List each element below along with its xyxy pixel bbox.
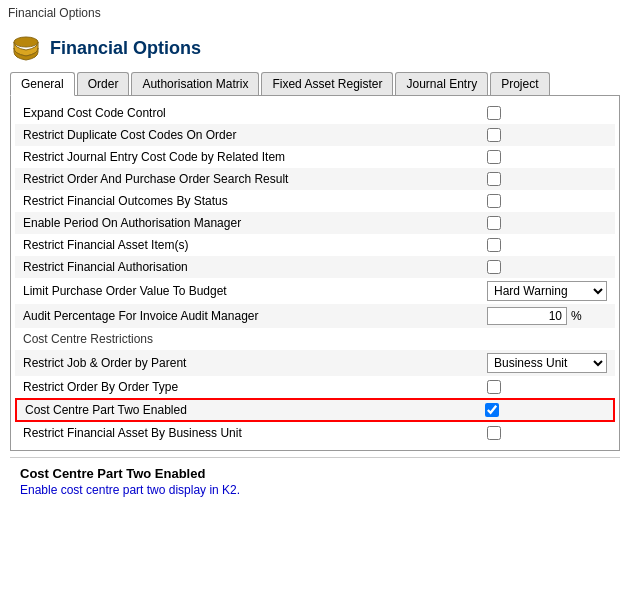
tab-project[interactable]: Project [490, 72, 549, 95]
tab-fixed-asset-register[interactable]: Fixed Asset Register [261, 72, 393, 95]
content-area: Expand Cost Code Control Restrict Duplic… [10, 96, 620, 451]
option-row-cost-centre-part-two: Cost Centre Part Two Enabled [15, 398, 615, 422]
tab-journal-entry[interactable]: Journal Entry [395, 72, 488, 95]
title-bar: Financial Options [0, 0, 630, 26]
option-row-enable-period: Enable Period On Authorisation Manager [15, 212, 615, 234]
checkbox-restrict-duplicate[interactable] [487, 128, 501, 142]
option-control-restrict-order-type [487, 380, 607, 394]
option-label-restrict-order-search: Restrict Order And Purchase Order Search… [23, 172, 487, 186]
checkbox-expand-cost-code[interactable] [487, 106, 501, 120]
option-row-restrict-financial-outcomes: Restrict Financial Outcomes By Status [15, 190, 615, 212]
option-label-expand-cost-code: Expand Cost Code Control [23, 106, 487, 120]
checkbox-restrict-financial-asset-bu[interactable] [487, 426, 501, 440]
option-row-restrict-duplicate: Restrict Duplicate Cost Codes On Order [15, 124, 615, 146]
option-control-restrict-financial-outcomes [487, 194, 607, 208]
option-control-expand-cost-code [487, 106, 607, 120]
checkbox-restrict-order-type[interactable] [487, 380, 501, 394]
checkbox-enable-period[interactable] [487, 216, 501, 230]
tab-bar: General Order Authorisation Matrix Fixed… [10, 72, 620, 96]
option-row-limit-purchase-order: Limit Purchase Order Value To Budget Har… [15, 278, 615, 304]
option-row-audit-percentage: Audit Percentage For Invoice Audit Manag… [15, 304, 615, 328]
checkbox-restrict-order-search[interactable] [487, 172, 501, 186]
audit-percentage-input-wrap: % [487, 307, 582, 325]
tab-authorisation-matrix[interactable]: Authorisation Matrix [131, 72, 259, 95]
option-control-restrict-financial-auth [487, 260, 607, 274]
window-title: Financial Options [8, 6, 101, 20]
option-row-expand-cost-code: Expand Cost Code Control [15, 102, 615, 124]
option-label-restrict-asset-items: Restrict Financial Asset Item(s) [23, 238, 487, 252]
option-label-cost-centre-part-two: Cost Centre Part Two Enabled [25, 403, 485, 417]
percent-sign: % [571, 309, 582, 323]
input-audit-percentage[interactable] [487, 307, 567, 325]
checkbox-restrict-financial-auth[interactable] [487, 260, 501, 274]
option-control-restrict-job-order: Business Unit Department None [487, 353, 607, 373]
option-row-restrict-asset-items: Restrict Financial Asset Item(s) [15, 234, 615, 256]
option-control-restrict-duplicate [487, 128, 607, 142]
financial-options-icon [10, 32, 42, 64]
option-label-restrict-order-type: Restrict Order By Order Type [23, 380, 487, 394]
section-header-cost-centre: Cost Centre Restrictions [15, 328, 615, 350]
tab-general[interactable]: General [10, 72, 75, 96]
option-label-limit-purchase-order: Limit Purchase Order Value To Budget [23, 284, 487, 298]
checkbox-cost-centre-part-two[interactable] [485, 403, 499, 417]
option-control-audit-percentage: % [487, 307, 607, 325]
tab-order[interactable]: Order [77, 72, 130, 95]
option-control-limit-purchase-order: Hard Warning Soft Warning None [487, 281, 607, 301]
option-row-restrict-order-type: Restrict Order By Order Type [15, 376, 615, 398]
option-control-restrict-asset-items [487, 238, 607, 252]
option-label-restrict-financial-outcomes: Restrict Financial Outcomes By Status [23, 194, 487, 208]
option-label-restrict-financial-asset-bu: Restrict Financial Asset By Business Uni… [23, 426, 487, 440]
option-row-restrict-journal: Restrict Journal Entry Cost Code by Rela… [15, 146, 615, 168]
option-control-enable-period [487, 216, 607, 230]
main-container: Financial Options General Order Authoris… [0, 26, 630, 511]
option-label-restrict-journal: Restrict Journal Entry Cost Code by Rela… [23, 150, 487, 164]
dropdown-limit-purchase-order[interactable]: Hard Warning Soft Warning None [487, 281, 607, 301]
option-label-enable-period: Enable Period On Authorisation Manager [23, 216, 487, 230]
checkbox-restrict-asset-items[interactable] [487, 238, 501, 252]
svg-point-0 [14, 37, 38, 47]
option-control-restrict-journal [487, 150, 607, 164]
option-row-restrict-financial-asset-bu: Restrict Financial Asset By Business Uni… [15, 422, 615, 444]
option-label-restrict-job-order: Restrict Job & Order by Parent [23, 356, 487, 370]
option-control-cost-centre-part-two [485, 403, 605, 417]
option-row-restrict-order-search: Restrict Order And Purchase Order Search… [15, 168, 615, 190]
header: Financial Options [10, 32, 620, 64]
option-control-restrict-order-search [487, 172, 607, 186]
checkbox-restrict-journal[interactable] [487, 150, 501, 164]
info-panel: Cost Centre Part Two Enabled Enable cost… [10, 457, 620, 501]
option-row-restrict-financial-auth: Restrict Financial Authorisation [15, 256, 615, 278]
info-panel-title: Cost Centre Part Two Enabled [20, 466, 610, 481]
option-label-audit-percentage: Audit Percentage For Invoice Audit Manag… [23, 309, 487, 323]
page-title: Financial Options [50, 38, 201, 59]
dropdown-restrict-job-order[interactable]: Business Unit Department None [487, 353, 607, 373]
info-panel-description: Enable cost centre part two display in K… [20, 483, 610, 497]
option-row-restrict-job-order: Restrict Job & Order by Parent Business … [15, 350, 615, 376]
option-control-restrict-financial-asset-bu [487, 426, 607, 440]
checkbox-restrict-financial-outcomes[interactable] [487, 194, 501, 208]
option-label-restrict-financial-auth: Restrict Financial Authorisation [23, 260, 487, 274]
option-label-restrict-duplicate: Restrict Duplicate Cost Codes On Order [23, 128, 487, 142]
